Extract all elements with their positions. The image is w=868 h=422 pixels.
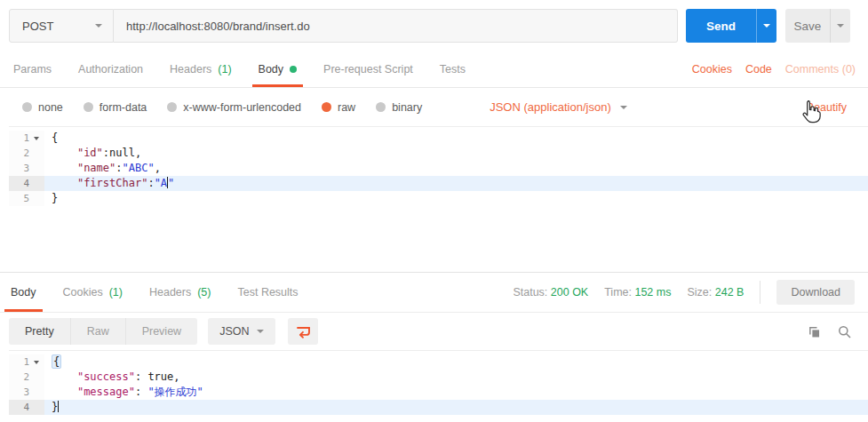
meta-value: 200 OK (551, 286, 588, 299)
radio-label: binary (392, 101, 422, 114)
code-token: "name" (77, 162, 115, 174)
tab-params[interactable]: Params (13, 52, 52, 87)
divider (760, 281, 760, 304)
code-token: "message" (77, 386, 135, 398)
line-number: 2 (23, 370, 29, 385)
meta-label: Size: (687, 286, 714, 299)
tab-label: Tests (440, 63, 466, 76)
code-text: "name":"ABC", (44, 161, 868, 176)
code-text: { (44, 354, 868, 370)
fold-caret-icon[interactable] (32, 131, 41, 146)
radio-icon (322, 102, 331, 112)
method-select[interactable]: POST (9, 9, 114, 43)
tab-headers[interactable]: Headers(1) (170, 52, 232, 87)
view-pretty[interactable]: Pretty (9, 318, 70, 345)
save-options-button[interactable] (830, 9, 850, 43)
chevron-down-icon (620, 106, 627, 109)
radio-icon (22, 102, 32, 112)
code-token: " (168, 177, 174, 189)
tab-authorization[interactable]: Authorization (78, 52, 143, 87)
code-token (52, 162, 77, 174)
code-text: "success": true, (44, 370, 868, 385)
request-body-editor[interactable]: 1{2 "id":null,3 "name":"ABC",4 "firstCha… (9, 126, 868, 272)
radio-icon (167, 102, 177, 112)
copy-button[interactable] (807, 324, 822, 339)
code-link[interactable]: Code (745, 63, 772, 76)
tab-label: Headers (170, 63, 211, 76)
chevron-down-icon (763, 24, 770, 28)
tab-tests[interactable]: Tests (440, 52, 466, 87)
line-gutter: 2 (9, 146, 44, 161)
green-dot-icon (290, 66, 297, 73)
fold-caret-icon (32, 385, 41, 400)
chevron-down-icon (257, 330, 264, 333)
code-token: "id" (77, 147, 103, 159)
code-token: "ABC" (123, 162, 155, 174)
response-tab-test-results[interactable]: Test Results (237, 273, 298, 312)
code-token: "firstChar" (77, 177, 147, 189)
response-meta: Status: 200 OKTime: 152 msSize: 242 B Do… (513, 273, 868, 312)
bodytype-form-data[interactable]: form-data (84, 101, 147, 114)
cookies-link[interactable]: Cookies (692, 63, 732, 76)
request-url-bar: POST Send Save (0, 0, 868, 52)
bodytype-binary[interactable]: binary (376, 101, 422, 114)
format-select[interactable]: JSON (208, 318, 275, 345)
line-number: 4 (23, 176, 29, 191)
search-icon (837, 324, 852, 339)
search-button[interactable] (837, 324, 852, 339)
code-line: 2 "success": true, (9, 370, 868, 385)
fold-caret-icon (32, 370, 41, 385)
bodytype-none[interactable]: none (22, 101, 63, 114)
tab-label: Params (13, 63, 52, 76)
code-line: 4 "firstChar":"A" (9, 176, 868, 191)
code-token: : (147, 177, 154, 189)
code-token: : (135, 386, 147, 398)
fold-caret-icon (32, 161, 41, 176)
content-type-label: JSON (application/json) (490, 100, 611, 114)
response-tab-cookies[interactable]: Cookies(1) (63, 273, 123, 312)
url-input[interactable] (114, 9, 678, 43)
code-line: 4} (9, 400, 868, 415)
response-tab-body[interactable]: Body (11, 273, 36, 312)
response-tab-headers[interactable]: Headers(5) (149, 273, 211, 312)
body-type-row: noneform-datax-www-form-urlencodedrawbin… (0, 88, 868, 126)
radio-icon (376, 102, 386, 112)
wrap-text-icon (295, 323, 312, 340)
code-line: 1{ (9, 354, 868, 370)
tab-body[interactable]: Body (259, 52, 298, 87)
code-token: { (52, 131, 58, 144)
copy-icon (807, 324, 822, 339)
line-gutter: 3 (9, 161, 44, 176)
meta-label: Status: (513, 286, 550, 299)
bodytype-options: noneform-datax-www-form-urlencodedrawbin… (22, 101, 442, 114)
fold-caret-icon (32, 146, 41, 161)
code-line: 3 "name":"ABC", (9, 161, 868, 176)
radio-label: form-data (100, 101, 147, 114)
bodytype-raw[interactable]: raw (322, 101, 355, 114)
view-raw[interactable]: Raw (70, 318, 125, 345)
fold-caret-icon[interactable] (32, 354, 41, 370)
response-body-editor[interactable]: 1{2 "success": true,3 "message": "操作成功"4… (9, 350, 868, 422)
download-button[interactable]: Download (776, 280, 855, 305)
comments-0-link[interactable]: Comments (0) (785, 63, 856, 76)
save-button-group: Save (785, 9, 850, 43)
bodytype-x-www-form-urlencoded[interactable]: x-www-form-urlencoded (167, 101, 301, 114)
line-number: 3 (23, 385, 29, 400)
tab-label: Pre-request Script (323, 63, 413, 76)
tab-label: Headers (149, 286, 191, 299)
code-token: "操作成功" (147, 386, 203, 398)
save-button[interactable]: Save (785, 9, 830, 43)
tab-label: Body (259, 63, 284, 76)
content-type-select[interactable]: JSON (application/json) (490, 100, 627, 114)
code-line: 5} (9, 191, 868, 206)
wrap-text-button[interactable] (288, 318, 318, 345)
send-options-button[interactable] (756, 9, 776, 43)
tab-pre-request-script[interactable]: Pre-request Script (323, 52, 413, 87)
line-number: 1 (23, 131, 29, 146)
view-preview[interactable]: Preview (125, 318, 197, 345)
fold-caret-icon (32, 191, 41, 206)
line-number: 2 (23, 146, 29, 161)
line-gutter: 4 (9, 400, 44, 415)
send-button[interactable]: Send (686, 9, 756, 43)
beautify-link[interactable]: Beautify (807, 101, 847, 114)
